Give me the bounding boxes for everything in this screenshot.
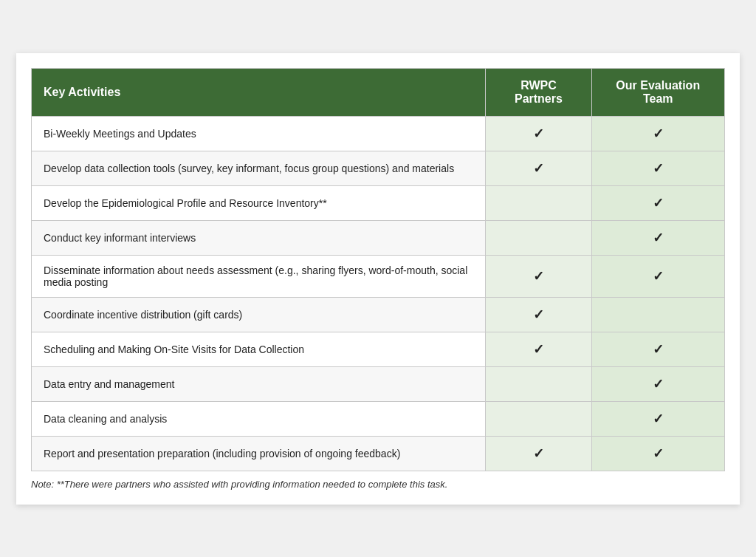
check-icon: ✓: [533, 269, 544, 284]
check-icon: ✓: [653, 126, 664, 141]
activity-label: Bi-Weekly Meetings and Updates: [32, 116, 486, 151]
eval-check: ✓: [591, 332, 724, 366]
check-icon: ✓: [653, 196, 664, 211]
check-icon: ✓: [653, 377, 664, 392]
eval-check: [591, 297, 724, 332]
rwpc-check: [486, 401, 591, 436]
check-icon: ✓: [533, 446, 544, 461]
activity-label: Scheduling and Making On-Site Visits for…: [32, 332, 486, 366]
activity-label: Data entry and management: [32, 366, 486, 401]
rwpc-check: ✓: [486, 332, 591, 366]
table-row: Report and presentation preparation (inc…: [32, 436, 725, 471]
check-icon: ✓: [653, 446, 664, 461]
check-icon: ✓: [533, 126, 544, 141]
activity-label: Report and presentation preparation (inc…: [32, 436, 486, 471]
activity-label: Develop data collection tools (survey, k…: [32, 151, 486, 185]
table-note: Note: **There were partners who assisted…: [31, 479, 725, 490]
table-row: Bi-Weekly Meetings and Updates✓✓: [32, 116, 725, 151]
activity-label: Conduct key informant interviews: [32, 220, 486, 255]
rwpc-check: [486, 220, 591, 255]
check-icon: ✓: [653, 269, 664, 284]
header-eval: Our Evaluation Team: [591, 68, 724, 116]
activity-label: Develop the Epidemiological Profile and …: [32, 185, 486, 220]
check-icon: ✓: [653, 230, 664, 245]
table-row: Coordinate incentive distribution (gift …: [32, 297, 725, 332]
table-row: Scheduling and Making On-Site Visits for…: [32, 332, 725, 366]
rwpc-check: ✓: [486, 436, 591, 471]
eval-check: ✓: [591, 255, 724, 297]
check-icon: ✓: [533, 161, 544, 176]
rwpc-check: ✓: [486, 116, 591, 151]
table-row: Develop the Epidemiological Profile and …: [32, 185, 725, 220]
header-activities: Key Activities: [32, 68, 486, 116]
rwpc-check: ✓: [486, 151, 591, 185]
activity-label: Data cleaning and analysis: [32, 401, 486, 436]
check-icon: ✓: [653, 342, 664, 357]
rwpc-check: [486, 366, 591, 401]
eval-check: ✓: [591, 436, 724, 471]
table-row: Data entry and management✓: [32, 366, 725, 401]
eval-check: ✓: [591, 151, 724, 185]
activities-table: Key Activities RWPC Partners Our Evaluat…: [31, 68, 725, 471]
check-icon: ✓: [533, 307, 544, 322]
rwpc-check: ✓: [486, 297, 591, 332]
rwpc-check: ✓: [486, 255, 591, 297]
page-wrapper: Key Activities RWPC Partners Our Evaluat…: [16, 53, 740, 505]
table-row: Develop data collection tools (survey, k…: [32, 151, 725, 185]
check-icon: ✓: [653, 161, 664, 176]
activity-label: Coordinate incentive distribution (gift …: [32, 297, 486, 332]
rwpc-check: [486, 185, 591, 220]
table-row: Disseminate information about needs asse…: [32, 255, 725, 297]
eval-check: ✓: [591, 116, 724, 151]
eval-check: ✓: [591, 220, 724, 255]
header-rwpc: RWPC Partners: [486, 68, 591, 116]
eval-check: ✓: [591, 401, 724, 436]
eval-check: ✓: [591, 185, 724, 220]
activity-label: Disseminate information about needs asse…: [32, 255, 486, 297]
eval-check: ✓: [591, 366, 724, 401]
check-icon: ✓: [533, 342, 544, 357]
table-row: Data cleaning and analysis✓: [32, 401, 725, 436]
table-row: Conduct key informant interviews✓: [32, 220, 725, 255]
check-icon: ✓: [653, 411, 664, 426]
